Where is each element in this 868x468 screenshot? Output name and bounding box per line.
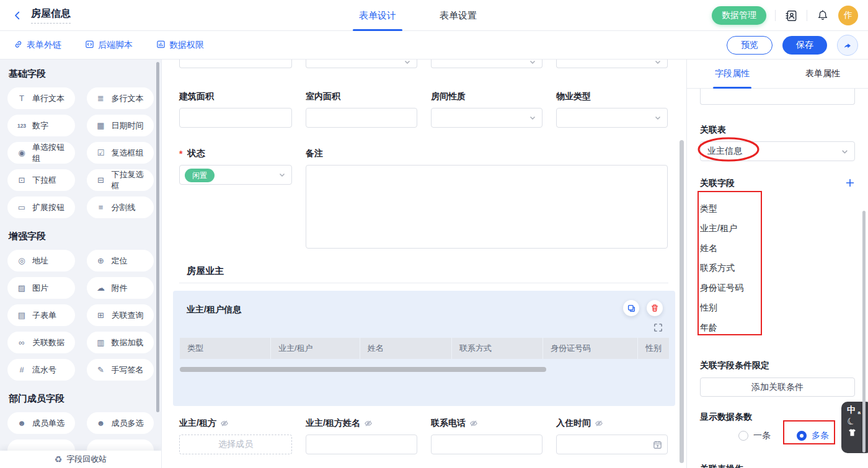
indoor-area-input[interactable] <box>306 108 417 128</box>
radio-icon: ◉ <box>16 148 27 157</box>
field-item-datetime[interactable]: ▦日期时间 <box>87 115 154 136</box>
related-table-label: 关联表 <box>700 125 855 135</box>
field-item-checkbox-group[interactable]: ☑复选框组 <box>87 142 154 164</box>
sidebar-scrollbar[interactable] <box>156 62 159 412</box>
recycle-icon: ♻ <box>55 454 63 464</box>
related-field-item[interactable]: 身份证号码 <box>700 278 855 298</box>
field-item-attachment[interactable]: ☁附件 <box>87 277 154 299</box>
field-item-related-data[interactable]: ∞关联数据 <box>7 332 75 353</box>
delete-button[interactable] <box>647 300 663 316</box>
link-icon <box>14 40 23 51</box>
partial-input[interactable] <box>700 89 855 105</box>
field-item-member-multi[interactable]: ☻成员多选 <box>87 412 154 434</box>
field-item-image[interactable]: ▨图片 <box>7 277 75 299</box>
panel-scrollbar[interactable] <box>862 211 866 453</box>
checkin-date-input[interactable] <box>556 435 668 454</box>
contact-book-icon[interactable] <box>784 9 798 22</box>
related-field-item[interactable]: 联系方式 <box>700 258 855 278</box>
property-type-select[interactable] <box>556 108 668 128</box>
eye-off-icon <box>595 419 603 428</box>
radio-multiple[interactable]: 多条 <box>797 430 829 441</box>
related-field-item[interactable]: 类型 <box>700 199 855 219</box>
field-item-subform[interactable]: ▤子表单 <box>7 304 75 326</box>
field-item-data-load[interactable]: ▥数据加载 <box>87 332 154 353</box>
field-item-single-text[interactable]: T单行文本 <box>7 87 75 109</box>
field-item-radio-group[interactable]: ◉单选按钮组 <box>7 142 75 164</box>
horizontal-scrollbar[interactable] <box>180 367 546 372</box>
dark-mode-icon[interactable]: ☾ <box>845 415 857 428</box>
field-item-expand-button[interactable]: ▭扩展按钮 <box>7 196 75 218</box>
form-external-link[interactable]: 表单外链 <box>14 40 61 51</box>
field-item-related-query[interactable]: ⊞关联查询 <box>87 304 154 326</box>
tab-form-properties[interactable]: 表单属性 <box>777 60 868 88</box>
language-toggle-icon[interactable]: 中a <box>847 405 856 415</box>
field-palette: 基础字段 T单行文本 ≣多行文本 123数字 ▦日期时间 ◉单选按钮组 ☑复选框… <box>0 60 161 468</box>
building-area-input[interactable] <box>179 108 292 128</box>
field-recycle-bin[interactable]: ♻ 字段回收站 <box>0 451 161 468</box>
add-field-icon[interactable] <box>845 178 855 188</box>
bell-icon[interactable] <box>816 9 830 22</box>
field-item-serial-number[interactable]: #流水号 <box>7 359 75 381</box>
backend-script-link[interactable]: 后端脚本 <box>85 40 133 51</box>
contact-phone-input[interactable] <box>431 435 542 454</box>
column-header: 身份证号码 <box>543 338 638 359</box>
tab-field-properties[interactable]: 字段属性 <box>687 60 777 88</box>
select-icon: ⊡ <box>16 175 27 185</box>
status-select[interactable]: 闲置 <box>179 165 292 185</box>
field-item-select[interactable]: ⊡下拉框 <box>7 169 75 191</box>
owner-name-input[interactable] <box>306 435 417 454</box>
select-input[interactable] <box>306 60 417 68</box>
text-input[interactable] <box>179 60 292 68</box>
theme-skin-icon[interactable] <box>847 428 857 440</box>
subform-card[interactable]: 业主/租户信息 类型 业主/租户 姓名 联系方式 身份证号码 性别 <box>173 291 675 406</box>
field-item-divider[interactable]: ≡分割线 <box>87 196 154 218</box>
add-condition-button[interactable]: 添加关联条件 <box>700 377 855 397</box>
single-text-icon: T <box>16 94 27 103</box>
group-basic-fields: 基础字段 T单行文本 ≣多行文本 123数字 ▦日期时间 ◉单选按钮组 ☑复选框… <box>7 68 154 218</box>
field-item-multi-text[interactable]: ≣多行文本 <box>87 87 154 109</box>
related-field-item[interactable]: 业主/租户 <box>700 219 855 239</box>
data-manage-button[interactable]: 数据管理 <box>712 6 766 25</box>
duplicate-button[interactable] <box>623 300 639 316</box>
room-nature-select[interactable] <box>431 108 542 128</box>
share-button[interactable] <box>837 35 858 56</box>
field-item-multi-select[interactable]: ⊟下拉复选框 <box>87 169 154 191</box>
section-divider <box>179 283 668 283</box>
radio-single[interactable]: 一条 <box>738 430 771 441</box>
chevron-down-icon <box>278 171 286 179</box>
related-table-select[interactable]: 业主信息 <box>700 141 855 161</box>
attachment-icon: ☁ <box>95 283 107 293</box>
fullscreen-icon[interactable] <box>653 323 663 332</box>
field-item-signature[interactable]: ✎手写签名 <box>87 359 154 381</box>
canvas-scrollbar[interactable] <box>680 140 684 463</box>
field-item-address[interactable]: ◎地址 <box>7 250 75 272</box>
save-button[interactable]: 保存 <box>782 36 827 55</box>
partial-field-row <box>179 60 668 68</box>
related-field-item[interactable]: 年龄 <box>700 318 855 338</box>
page-title[interactable]: 房屋信息 <box>31 7 71 24</box>
avatar[interactable]: 作 <box>838 6 858 25</box>
group-title: 部门成员字段 <box>9 393 154 405</box>
radio-circle-icon <box>738 431 748 441</box>
tab-form-settings[interactable]: 表单设置 <box>437 0 479 31</box>
field-item-member-single[interactable]: ☻成员单选 <box>7 412 75 434</box>
field-item-location[interactable]: ⊕定位 <box>87 250 154 272</box>
tab-form-design[interactable]: 表单设计 <box>356 0 399 31</box>
column-header: 类型 <box>180 338 271 359</box>
remark-textarea[interactable] <box>306 165 668 249</box>
display-count-options: 一条 多条 <box>700 425 855 446</box>
related-field-item[interactable]: 性别 <box>700 298 855 318</box>
member-picker[interactable]: 选择成员 <box>179 435 292 454</box>
people-icon: ☻ <box>95 418 107 428</box>
form-designer-app: 房屋信息 表单设计 表单设置 数据管理 作 表单外链 <box>0 0 868 468</box>
select-input[interactable] <box>556 60 668 68</box>
person-icon: ☻ <box>16 418 27 428</box>
preview-button[interactable]: 预览 <box>727 36 773 55</box>
data-permission-link[interactable]: 数据权限 <box>156 40 204 51</box>
field-item-number[interactable]: 123数字 <box>7 115 75 136</box>
field-contact-phone: 联系电话 <box>431 417 542 454</box>
related-fields-label: 关联字段 <box>700 178 735 188</box>
related-field-item[interactable]: 姓名 <box>700 239 855 258</box>
back-icon[interactable] <box>12 10 24 21</box>
select-input[interactable] <box>431 60 542 68</box>
